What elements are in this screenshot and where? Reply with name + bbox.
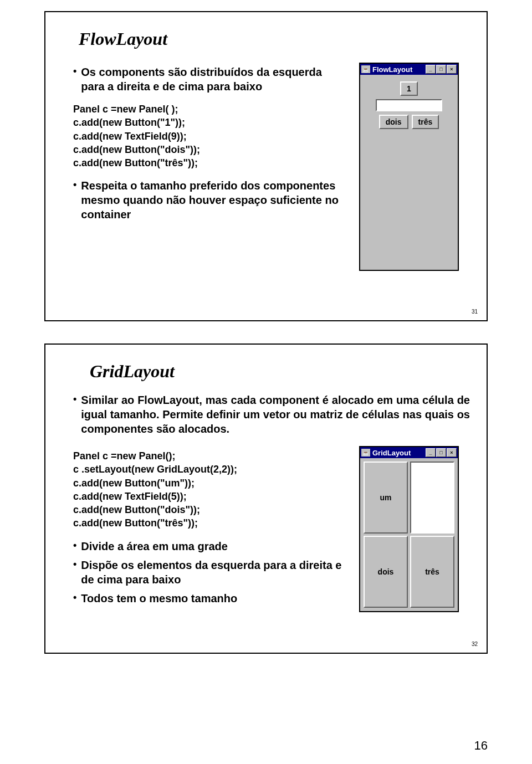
code-line: Panel c =new Panel( ); xyxy=(73,102,348,116)
code-line: c.add(new Button("três")); xyxy=(73,516,348,530)
code-line: c.add(new Button("dois")); xyxy=(73,503,348,516)
window-title: GridLayout xyxy=(372,449,425,457)
cell-um[interactable]: um xyxy=(364,462,408,534)
grid-cells: um dois três xyxy=(364,462,454,608)
slide-right-col: ☕ FlowLayout _ □ × 1 xyxy=(359,60,470,271)
code-line: c.add(new TextField(5)); xyxy=(73,490,348,503)
slide-left-col: Panel c =new Panel(); c .setLayout(new G… xyxy=(73,440,359,612)
java-cup-icon: ☕ xyxy=(361,449,370,457)
window-body: um dois três xyxy=(360,458,458,611)
code-line: c.add(new Button("dois")); xyxy=(73,143,348,156)
bullet-dot: • xyxy=(73,178,76,191)
close-icon[interactable]: × xyxy=(447,65,457,74)
close-icon[interactable]: × xyxy=(447,448,457,457)
slide-title: GridLayout xyxy=(90,361,470,382)
bullet-dot: • xyxy=(73,65,76,78)
code-line: c .setLayout(new GridLayout(2,2)); xyxy=(73,463,348,476)
gridlayout-window: ☕ GridLayout _ □ × um xyxy=(359,446,459,612)
bullet-dot: • xyxy=(73,393,76,406)
button-tres[interactable]: três xyxy=(412,115,439,129)
java-cup-icon: ☕ xyxy=(361,65,370,73)
textfield[interactable] xyxy=(376,99,442,111)
bullet-text: Similar ao FlowLayout, mas cada componen… xyxy=(81,393,470,436)
code-line: Panel c =new Panel(); xyxy=(73,449,348,463)
window-title: FlowLayout xyxy=(372,65,425,74)
slide-left-col: • Os components são distribuídos da esqu… xyxy=(73,60,359,271)
bullet: • Divide a área em uma grade xyxy=(73,539,348,553)
titlebar: ☕ GridLayout _ □ × xyxy=(360,447,458,458)
bullet-dot: • xyxy=(73,591,76,604)
bullet: • Todos tem o mesmo tamanho xyxy=(73,591,348,606)
titlebar: ☕ FlowLayout _ □ × xyxy=(360,64,458,75)
code-block: Panel c =new Panel( ); c.add(new Button(… xyxy=(73,102,348,170)
slide-flowlayout: FlowLayout • Os components são distribuí… xyxy=(44,11,488,321)
bullet-text: Dispõe os elementos da esquerda para a d… xyxy=(81,558,348,587)
slide-number: 32 xyxy=(472,641,478,647)
maximize-icon[interactable]: □ xyxy=(436,448,446,457)
cell-textfield[interactable] xyxy=(410,462,454,534)
page: FlowLayout • Os components são distribuí… xyxy=(0,0,532,764)
slide-gridlayout: GridLayout • Similar ao FlowLayout, mas … xyxy=(44,343,488,654)
code-line: c.add(new TextField(9)); xyxy=(73,130,348,143)
slide-body: • Os components são distribuídos da esqu… xyxy=(73,60,470,271)
code-block: Panel c =new Panel(); c .setLayout(new G… xyxy=(73,449,348,530)
cell-tres[interactable]: três xyxy=(410,536,454,608)
button-1[interactable]: 1 xyxy=(400,81,418,96)
bullet-text: Respeita o tamanho preferido dos compone… xyxy=(81,178,348,222)
minimize-icon[interactable]: _ xyxy=(426,65,436,74)
code-line: c.add(new Button("um")); xyxy=(73,476,348,490)
minimize-icon[interactable]: _ xyxy=(426,448,436,457)
page-number: 16 xyxy=(474,739,488,753)
window-body: 1 dois três xyxy=(360,75,458,270)
flowlayout-window: ☕ FlowLayout _ □ × 1 xyxy=(359,63,459,271)
button-dois[interactable]: dois xyxy=(379,115,408,129)
maximize-icon[interactable]: □ xyxy=(436,65,446,74)
bullet-dot: • xyxy=(73,558,76,571)
bullet-text: Divide a área em uma grade xyxy=(81,539,228,553)
slide-right-col: ☕ GridLayout _ □ × um xyxy=(359,440,470,612)
bullet-dot: • xyxy=(73,539,76,552)
bullet-text: Os components são distribuídos da esquer… xyxy=(81,65,348,94)
slide-number: 31 xyxy=(472,309,478,315)
code-line: c.add(new Button("1")); xyxy=(73,116,348,129)
bullet-text: Todos tem o mesmo tamanho xyxy=(81,591,237,606)
slide-body: Panel c =new Panel(); c .setLayout(new G… xyxy=(73,440,470,612)
bullet: • Similar ao FlowLayout, mas cada compon… xyxy=(73,393,470,436)
cell-label: um xyxy=(375,490,397,505)
code-line: c.add(new Button("três")); xyxy=(73,156,348,170)
bullet: • Os components são distribuídos da esqu… xyxy=(73,65,348,94)
bullet: • Dispõe os elementos da esquerda para a… xyxy=(73,558,348,587)
slide-title: FlowLayout xyxy=(79,29,470,49)
bullet: • Respeita o tamanho preferido dos compo… xyxy=(73,178,348,222)
cell-dois[interactable]: dois xyxy=(364,536,408,608)
